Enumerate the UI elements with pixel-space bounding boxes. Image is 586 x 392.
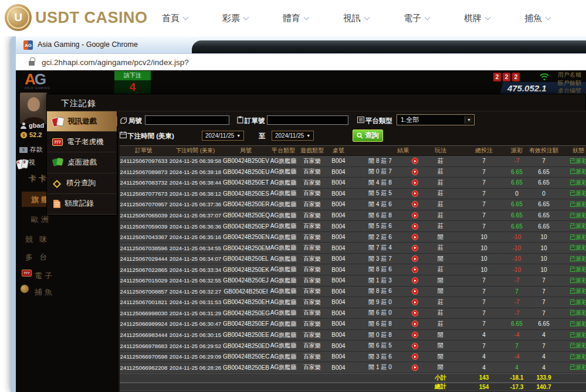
cell-bet-time: 2024-11-25 06:38:44 <box>168 179 223 186</box>
cell-result: 閒 1 莊 3 <box>351 277 409 285</box>
cell-game-type: 百家樂 <box>298 212 326 220</box>
nav-item-slots[interactable]: 電子 <box>404 13 429 24</box>
date-from-picker[interactable]: 2024/11/25▼ <box>202 131 244 141</box>
round-label: 局號 <box>128 117 142 125</box>
cell-order-number: 241125066978683 <box>120 343 168 349</box>
cell-result: 閒 1 莊 0 <box>351 363 409 371</box>
table-body: 241125067097633 2024-11-25 06:39:58 GB00… <box>120 156 586 373</box>
cell-table-number: B004 <box>326 245 351 251</box>
bet-records-modal: 下注記錄 視訊遊戲 777 電子老虎機 桌面遊戲 積分查詢 <box>46 94 586 392</box>
slot-777-icon: 777 <box>22 270 32 277</box>
round-input[interactable] <box>145 115 229 125</box>
play-video-icon[interactable] <box>412 190 418 197</box>
cell-table-number: B004 <box>326 234 351 240</box>
cell-play-type: 莊 <box>420 298 461 306</box>
cell-order-number: 241125067015029 <box>120 277 168 284</box>
cell-total-bet: 7 <box>461 158 507 164</box>
menu-item-slots[interactable]: 777 電子老虎機 <box>47 132 117 152</box>
play-video-icon[interactable] <box>412 277 418 284</box>
play-video-icon[interactable] <box>412 169 418 175</box>
cell-game-type: 百家樂 <box>298 320 326 328</box>
cards-icon <box>52 117 63 127</box>
play-video-icon[interactable] <box>412 201 418 207</box>
cell-table-number: B004 <box>326 223 351 230</box>
menu-item-table-games[interactable]: 桌面遊戲 <box>47 152 117 173</box>
nav-item-sports[interactable]: 體育 <box>283 13 309 24</box>
ag-lobby-logo: AG ASIA GAMING <box>25 71 50 90</box>
table-row: 241125067083732 2024-11-25 06:38:44 GB00… <box>120 178 586 189</box>
play-video-icon[interactable] <box>412 179 418 186</box>
chevron-down-icon <box>243 14 249 20</box>
cell-table-number: B004 <box>326 364 351 371</box>
play-video-icon[interactable] <box>412 255 418 262</box>
play-video-icon[interactable] <box>412 310 418 316</box>
cell-payout: 6.65 <box>507 201 527 207</box>
user-avatar <box>20 93 48 124</box>
cell-game-type: 百家樂 <box>298 255 326 263</box>
play-video-icon[interactable] <box>412 223 418 230</box>
play-video-icon[interactable] <box>412 234 418 240</box>
lock-icon <box>29 61 35 66</box>
date-to-picker[interactable]: 2024/11/25▼ <box>272 131 314 141</box>
cell-platform: AG旗艦廳 <box>269 363 298 371</box>
modal-content: 局號 訂單號 平台類型 1.全部 ▼ <box>117 111 586 392</box>
play-video-icon[interactable] <box>412 364 418 371</box>
order-input[interactable] <box>267 115 348 125</box>
table-row: 241125067097633 2024-11-25 06:39:58 GB00… <box>120 156 586 167</box>
cell-bet-time: 2024-11-25 06:32:55 <box>168 277 223 284</box>
table-row: 241125067070957 2024-11-25 06:37:36 GB00… <box>120 199 586 210</box>
cell-result: 閒 0 莊 8 <box>351 331 409 339</box>
nav-item-chess[interactable]: 棋牌 <box>464 13 490 24</box>
wifi-icon <box>539 73 550 83</box>
cell-play-type: 莊 <box>420 244 461 252</box>
cell-total-bet: 7 <box>461 169 507 175</box>
play-video-icon[interactable] <box>412 299 418 305</box>
cell-payout: -4 <box>507 332 527 338</box>
cell-table-number: B004 <box>326 201 351 207</box>
platform-type-select[interactable]: 1.全部 ▼ <box>397 114 475 125</box>
play-video-icon[interactable] <box>412 267 418 273</box>
search-button[interactable]: 查詢 <box>353 129 383 142</box>
cell-bet-time: 2024-11-25 06:34:55 <box>168 245 223 251</box>
menu-item-points-query[interactable]: 積分查詢 <box>47 173 117 194</box>
cell-total-bet: 7 <box>461 321 507 327</box>
cell-table-number: B004 <box>326 267 351 273</box>
cell-valid-bet: 7 <box>527 299 561 305</box>
cell-platform: AG旗艦廳 <box>269 265 298 274</box>
fishing-icon <box>21 285 29 293</box>
dropdown-arrow-icon: ▼ <box>306 134 310 138</box>
play-video-icon[interactable] <box>412 321 418 327</box>
cell-total-bet: 7 <box>461 299 507 305</box>
cell-bet-time: 2024-11-25 06:31:53 <box>168 299 223 305</box>
site-logo[interactable]: U USDT CASINO <box>5 4 148 31</box>
menu-item-video-games[interactable]: 視訊遊戲 <box>47 111 117 132</box>
menu-item-quota-records[interactable]: 額度記錄 <box>47 194 117 214</box>
play-video-icon[interactable] <box>412 332 418 338</box>
play-video-icon[interactable] <box>412 212 418 219</box>
window-titlebar[interactable]: AG Asia Gaming - Google Chrome <box>16 36 586 54</box>
slot-777-icon: 777 <box>52 138 63 146</box>
cell-round-number: GB00424B250EM <box>223 245 269 251</box>
cell-platform: AG旗艦廳 <box>269 298 298 306</box>
play-video-icon[interactable] <box>412 245 418 251</box>
play-video-icon[interactable] <box>412 343 418 349</box>
play-video-icon[interactable] <box>412 288 418 295</box>
cell-round-number: GB00424B250EI <box>223 288 269 295</box>
cell-valid-bet: 0 <box>527 190 561 197</box>
cell-platform: AG旗艦廳 <box>269 255 298 263</box>
address-bar[interactable]: gci.2hhapi.com/agingame/pcv2/index.jsp? <box>16 54 586 70</box>
cell-status: 已派彩 <box>561 353 586 361</box>
cards-icon: K9 <box>17 158 29 170</box>
nav-item-lottery[interactable]: 彩票 <box>222 13 248 24</box>
nav-item-home[interactable]: 首頁 <box>162 13 188 24</box>
play-video-icon[interactable] <box>412 353 418 360</box>
cell-round-number: GB00424B250EH <box>223 299 269 305</box>
cell-table-number: B004 <box>326 332 351 338</box>
url-text: gci.2hhapi.com/agingame/pcv2/index.jsp? <box>42 58 189 67</box>
nav-item-live[interactable]: 視訊 <box>343 13 369 24</box>
nav-item-fishing[interactable]: 捕魚 <box>524 13 550 24</box>
play-video-icon[interactable] <box>412 158 418 164</box>
cell-platform: AG旗艦廳 <box>269 189 298 197</box>
table-row: 241125067015029 2024-11-25 06:32:55 GB00… <box>120 275 586 287</box>
cell-play-type: 閒 <box>420 331 461 339</box>
